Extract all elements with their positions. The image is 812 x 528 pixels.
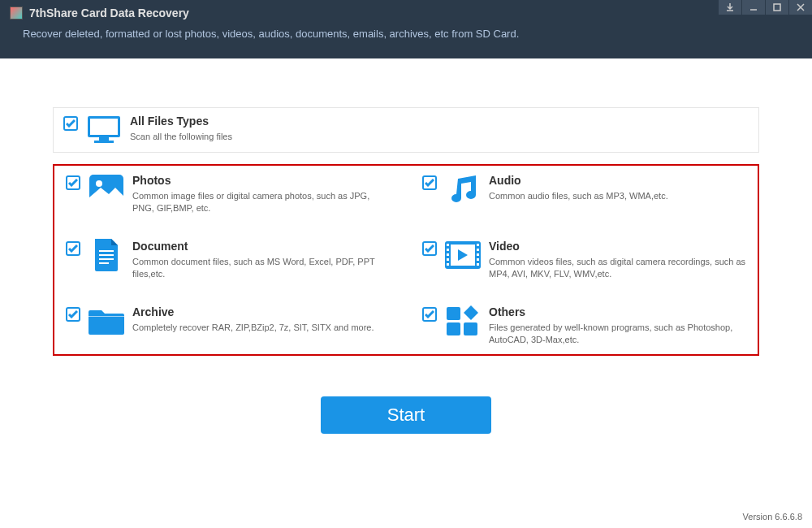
close-button[interactable] [789,0,812,15]
audio-option: Audio Common audio files, such as MP3, W… [422,174,746,215]
svg-rect-16 [447,258,449,261]
document-checkbox[interactable] [66,241,80,256]
svg-rect-22 [477,263,479,266]
others-title: Others [489,305,746,318]
svg-rect-19 [477,249,479,251]
start-button[interactable]: Start [321,396,491,434]
svg-rect-4 [94,141,114,143]
video-option: Video Common videos files, such as digit… [422,240,746,281]
archive-desc: Completely recover RAR, ZIP,BZip2, 7z, S… [132,322,390,334]
apps-icon [445,305,481,336]
main-content: All Files Types Scan all the following f… [0,58,812,434]
svg-rect-17 [447,263,449,266]
maximize-button[interactable] [766,0,788,15]
svg-rect-21 [477,258,479,261]
all-files-checkbox[interactable] [63,116,78,131]
document-icon [89,240,124,270]
title-bar: 7thShare Card Data Recovery Recover dele… [0,0,812,58]
photos-checkbox[interactable] [66,175,80,190]
photos-option: Photos Common image files or digital cam… [66,174,390,215]
others-checkbox[interactable] [422,307,437,322]
download-button[interactable] [719,0,741,15]
all-files-option: All Files Types Scan all the following f… [53,107,759,153]
file-types-group: Photos Common image files or digital cam… [53,164,759,356]
video-icon [445,240,481,270]
svg-rect-10 [99,262,109,264]
document-desc: Common document files, such as MS Word, … [132,256,390,281]
minimize-button[interactable] [742,0,765,15]
app-icon [10,6,23,19]
audio-desc: Common audio files, such as MP3, WMA,etc… [489,190,746,202]
all-files-title: All Files Types [130,115,749,128]
video-title: Video [489,240,746,253]
video-checkbox[interactable] [422,241,437,256]
svg-rect-14 [447,249,449,251]
app-subtitle: Recover deleted, formatted or lost photo… [23,28,519,40]
music-icon [445,174,481,205]
audio-checkbox[interactable] [422,175,437,190]
svg-rect-24 [447,322,460,335]
svg-rect-20 [477,253,479,256]
video-desc: Common videos files, such as digital cam… [489,256,746,281]
audio-title: Audio [489,174,746,187]
svg-rect-25 [464,322,477,335]
document-title: Document [132,240,390,253]
folder-icon [89,305,124,336]
photos-title: Photos [132,174,390,187]
others-option: Others Files generated by well-known pro… [422,305,746,347]
archive-title: Archive [132,305,390,318]
others-desc: Files generated by well-known programs, … [489,322,746,347]
document-option: Document Common document files, such as … [66,240,390,281]
photos-desc: Common image files or digital camera pho… [132,190,390,215]
svg-rect-7 [99,250,114,252]
svg-rect-3 [99,137,109,141]
svg-point-6 [96,180,102,187]
svg-rect-13 [447,244,449,246]
version-label: Version 6.6.6.8 [743,512,802,522]
photo-icon [89,174,124,205]
svg-rect-15 [447,253,449,256]
svg-rect-0 [774,4,780,11]
svg-rect-2 [90,119,118,135]
svg-rect-18 [477,244,479,246]
all-files-desc: Scan all the following files [130,131,749,143]
archive-option: Archive Completely recover RAR, ZIP,BZip… [66,305,390,347]
app-title: 7thShare Card Data Recovery [29,6,189,19]
monitor-icon [86,115,122,145]
svg-rect-23 [447,307,460,320]
svg-rect-8 [99,254,114,256]
archive-checkbox[interactable] [66,307,80,322]
svg-rect-9 [99,258,114,260]
